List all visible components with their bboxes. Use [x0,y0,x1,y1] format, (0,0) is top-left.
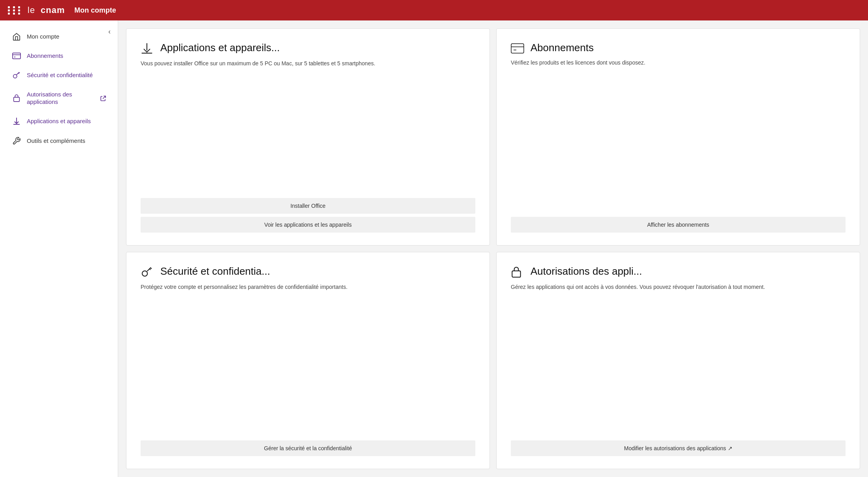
abonnements-card-description: Vérifiez les produits et les licences do… [511,59,846,209]
autorisations-card-actions: Modifier les autorisations des applicati… [511,440,846,456]
autorisations-card-title: Autorisations des appli... [511,265,846,278]
svg-line-5 [103,96,106,99]
manage-security-button[interactable]: Gérer la sécurité et la confidentialité [141,440,475,456]
logo: le cnam [28,5,65,15]
sidebar: ‹ Mon compte Abonnements [0,20,118,477]
install-office-button[interactable]: Installer Office [141,198,475,214]
apps-card: Applications et appareils... Vous pouvez… [126,28,490,246]
securite-card-description: Protégez votre compte et personnalisez l… [141,283,475,433]
sidebar-item-label: Sécurité et confidentialité [27,71,93,79]
sidebar-item-label: Abonnements [27,52,63,60]
app-grid-icon[interactable] [8,6,22,15]
apps-card-actions: Installer Office Voir les applications e… [141,198,475,233]
external-link-icon [100,95,106,101]
abonnements-card: Abonnements Vérifiez les produits et les… [496,28,860,246]
sidebar-item-mon-compte[interactable]: Mon compte [0,27,118,46]
key-card-icon [141,265,155,278]
main-content: Applications et appareils... Vous pouvez… [118,20,868,477]
modify-autorisations-button[interactable]: Modifier les autorisations des applicati… [511,440,846,456]
card-card-icon [511,41,525,54]
securite-card-title: Sécurité et confidentia... [141,265,475,278]
abonnements-card-title: Abonnements [511,41,846,54]
autorisations-card-description: Gérez les applications qui ont accès à v… [511,283,846,433]
sidebar-item-outils[interactable]: Outils et compléments [0,131,118,151]
sidebar-item-securite[interactable]: Sécurité et confidentialité [0,65,118,85]
sidebar-item-label: Applications et appareils [27,117,91,125]
download-icon [12,117,21,126]
apps-card-title: Applications et appareils... [141,41,475,55]
download-card-icon [141,41,155,55]
view-abonnements-button[interactable]: Afficher les abonnements [511,217,846,233]
autorisations-card: Autorisations des appli... Gérez les app… [496,252,860,469]
sidebar-item-autorisations[interactable]: Autorisations des applications [0,85,118,111]
key-icon [12,71,21,80]
view-apps-button[interactable]: Voir les applications et les appareils [141,217,475,233]
wrench-icon [12,137,21,145]
sidebar-item-apps[interactable]: Applications et appareils [0,111,118,131]
svg-rect-4 [14,97,20,102]
main-layout: ‹ Mon compte Abonnements [0,20,868,477]
svg-point-11 [142,271,147,276]
sidebar-item-abonnements[interactable]: Abonnements [0,46,118,65]
securite-card-actions: Gérer la sécurité et la confidentialité [141,440,475,456]
securite-card: Sécurité et confidentia... Protégez votr… [126,252,490,469]
lock-card-icon [511,265,525,278]
header: le cnam Mon compte [0,0,868,20]
lock-icon [12,94,21,102]
svg-rect-12 [512,271,520,277]
svg-point-3 [13,74,17,78]
sidebar-item-label: Mon compte [27,33,59,41]
apps-card-description: Vous pouvez installer Office sur un maxi… [141,59,475,190]
svg-rect-8 [511,44,524,53]
header-title: Mon compte [74,6,116,15]
sidebar-item-label: Outils et compléments [27,137,85,145]
abonnements-card-actions: Afficher les abonnements [511,217,846,233]
sidebar-item-label: Autorisations des applications [27,91,95,106]
svg-rect-0 [13,53,20,59]
home-icon [12,32,21,41]
card-icon [12,52,21,59]
